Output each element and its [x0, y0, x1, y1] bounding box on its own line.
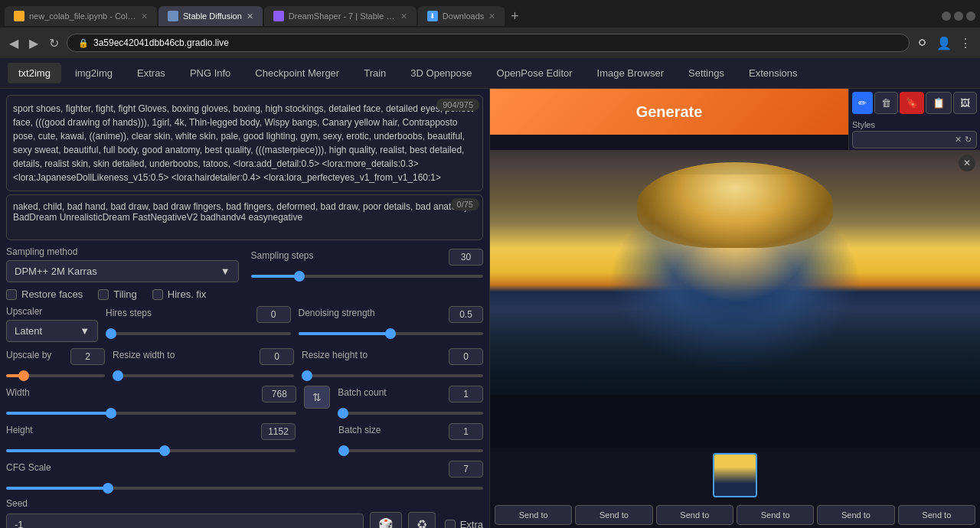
copy-icon-button[interactable]: 📋 [926, 92, 952, 114]
upscale-by-value[interactable]: 2 [70, 348, 105, 365]
minimize-button[interactable] [942, 11, 951, 21]
nav-train[interactable]: Train [353, 63, 397, 83]
styles-x-icon[interactable]: ✕ [955, 135, 962, 145]
cfg-value[interactable]: 7 [449, 461, 483, 477]
edit-icon-button[interactable]: ✏ [852, 92, 873, 114]
bookmark-icon-button[interactable]: 🔖 [900, 92, 924, 114]
nav-checkpoint-merger[interactable]: Checkpoint Merger [244, 63, 350, 83]
denoising-group: Denoising strength 0.5 [299, 306, 484, 337]
height-batchsize-row: Height 1152 Batch size 1 [6, 423, 483, 455]
tiling-checkbox[interactable]: Tiling [98, 288, 137, 300]
resize-width-value[interactable]: 0 [260, 348, 294, 365]
new-tab-button[interactable]: + [506, 8, 524, 24]
profile-icon[interactable]: 👤 [934, 34, 954, 53]
reload-button[interactable]: ↻ [46, 33, 62, 54]
nav-extras[interactable]: Extras [126, 63, 176, 83]
nav-settings[interactable]: Settings [678, 63, 735, 83]
maximize-button[interactable] [954, 11, 963, 21]
batch-size-label: Batch size [338, 425, 381, 435]
nav-image-browser[interactable]: Image Browser [586, 63, 675, 83]
hires-fix-checkbox[interactable]: Hires. fix [152, 288, 207, 300]
close-window-button[interactable] [966, 11, 975, 21]
resize-width-slider[interactable] [113, 374, 294, 377]
resize-height-slider[interactable] [302, 374, 483, 377]
tab-colab-close[interactable]: ✕ [141, 11, 148, 21]
sampling-steps-value[interactable]: 30 [449, 249, 483, 266]
nav-extensions[interactable]: Extensions [738, 63, 808, 83]
upscale-by-label: Upscale by [6, 350, 51, 360]
resize-height-value[interactable]: 0 [449, 348, 483, 365]
hires-steps-group: Hires steps 0 [106, 306, 291, 337]
menu-icon[interactable]: ⋮ [957, 34, 974, 53]
tab-stable-diffusion[interactable]: Stable Diffusion ✕ [158, 6, 263, 26]
nav-txt2img[interactable]: txt2img [8, 63, 61, 83]
width-value[interactable]: 768 [262, 386, 296, 403]
colab-favicon [14, 11, 24, 21]
nav-png-info[interactable]: PNG Info [179, 63, 241, 83]
trash-icon-button[interactable]: 🗑 [874, 92, 898, 114]
address-bar[interactable]: 🔒 3a59ec42041dbb46cb.gradio.live [67, 34, 910, 52]
toolbar-icons: ⭘ 👤 ⋮ [914, 34, 974, 53]
tab-sd-close[interactable]: ✕ [247, 11, 253, 21]
send-btn-1[interactable]: Send to [495, 505, 572, 525]
tab-downloads[interactable]: ⬇ Downloads ✕ [418, 6, 505, 26]
height-value[interactable]: 1152 [261, 423, 296, 440]
hires-steps-slider[interactable] [106, 332, 291, 335]
restore-faces-label: Restore faces [21, 288, 83, 300]
thumbnail-1[interactable] [713, 453, 757, 497]
send-btn-4[interactable]: Send to [737, 505, 814, 525]
batch-count-label: Batch count [338, 387, 386, 398]
send-btn-6[interactable]: Send to [898, 505, 975, 525]
cfg-slider[interactable] [6, 487, 483, 490]
seed-input[interactable] [6, 513, 364, 528]
swap-wh-button[interactable]: ⇅ [304, 386, 330, 409]
seed-dice-button[interactable]: 🎲 [370, 512, 402, 528]
batch-count-value[interactable]: 1 [449, 386, 483, 403]
sampling-method-dropdown[interactable]: DPM++ 2M Karras ▼ [6, 260, 239, 282]
seed-section: Seed 🎲 ♻ Extra [6, 498, 483, 528]
send-btn-5[interactable]: Send to [817, 505, 894, 525]
send-btn-2[interactable]: Send to [575, 505, 652, 525]
sd-favicon [168, 11, 178, 21]
restore-faces-checkbox[interactable]: Restore faces [6, 288, 83, 300]
styles-refresh-icon[interactable]: ↻ [965, 135, 972, 145]
positive-prompt-box[interactable]: sport shoes, fighter, fight, fight Glove… [6, 95, 483, 191]
tab-colab[interactable]: new_colab_file.ipynb - Collabora... ✕ [5, 6, 157, 26]
image-display-area: ✕ [490, 150, 980, 528]
batch-size-value[interactable]: 1 [449, 423, 483, 440]
tab-colab-label: new_colab_file.ipynb - Collabora... [29, 11, 136, 21]
denoising-value[interactable]: 0.5 [449, 306, 483, 323]
tab-ds-close[interactable]: ✕ [400, 11, 407, 21]
prompt-counter: 904/975 [436, 99, 479, 111]
seed-recycle-button[interactable]: ♻ [408, 512, 436, 528]
nav-openpose-editor[interactable]: OpenPose Editor [486, 63, 583, 83]
resize-height-group: Resize height to 0 [302, 348, 483, 380]
hires-steps-value[interactable]: 0 [256, 306, 291, 323]
sampling-method-chevron: ▼ [220, 266, 230, 277]
extra-checkbox[interactable]: Extra [445, 519, 483, 528]
extensions-icon[interactable]: ⭘ [914, 34, 931, 52]
height-slider[interactable] [6, 449, 296, 452]
image-icon-button[interactable]: 🖼 [953, 92, 977, 114]
styles-input[interactable]: ✕ ↻ [852, 131, 977, 148]
batch-count-slider[interactable] [338, 412, 483, 415]
close-image-button[interactable]: ✕ [959, 155, 975, 171]
send-btn-3[interactable]: Send to [656, 505, 733, 525]
denoising-slider[interactable] [299, 332, 484, 335]
generate-button[interactable]: Generate [490, 89, 848, 135]
upscale-by-slider[interactable] [6, 374, 105, 377]
back-button[interactable]: ◀ [6, 33, 21, 54]
sampling-steps-slider[interactable] [251, 275, 484, 278]
width-slider[interactable] [6, 412, 296, 415]
styles-section: Styles ✕ ↻ [849, 117, 980, 150]
batch-size-slider[interactable] [338, 449, 483, 452]
sampling-method-value: DPM++ 2M Karras [15, 266, 97, 277]
tab-dreamshaper[interactable]: DreamShaper - 7 | Stable Diffusio... ✕ [264, 6, 416, 26]
sampling-steps-group: Sampling steps 30 [251, 249, 484, 280]
forward-button[interactable]: ▶ [26, 33, 41, 54]
nav-img2img[interactable]: img2img [64, 63, 123, 83]
nav-3d-openpose[interactable]: 3D Openpose [400, 63, 482, 83]
negative-prompt-box[interactable]: naked, child, bad hand, bad draw, bad dr… [6, 194, 483, 240]
upscaler-dropdown[interactable]: Latent ▼ [6, 320, 98, 342]
tab-dl-close[interactable]: ✕ [488, 11, 495, 21]
